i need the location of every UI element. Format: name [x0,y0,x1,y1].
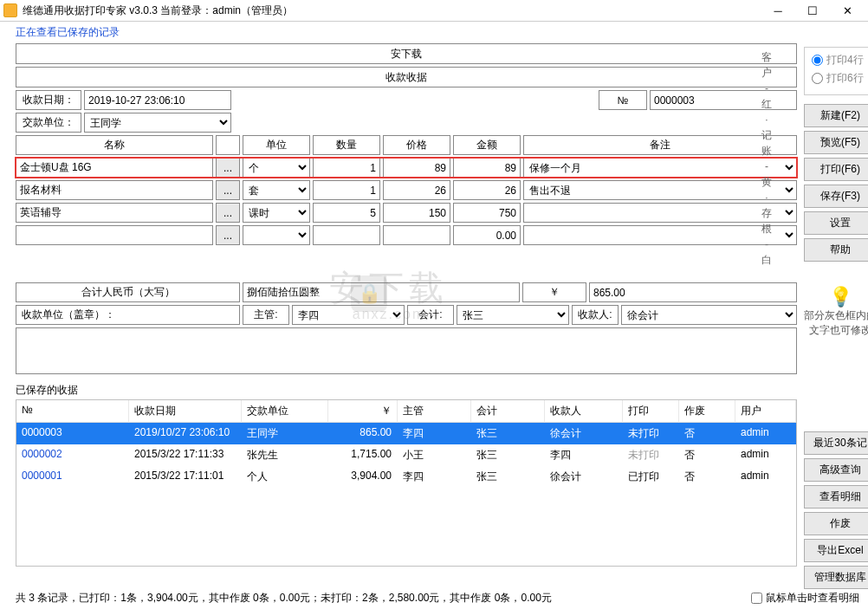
table-row[interactable]: 00000022015/3/22 17:11:33张先生1,715.00小王张三… [16,444,796,466]
item-note-select[interactable]: 售出不退 [523,180,797,200]
maximize-button[interactable]: ☐ [795,1,830,20]
cashier-select[interactable]: 徐会计 [621,305,797,325]
item-row: ... [16,225,797,245]
item-amount-input[interactable] [453,203,521,223]
total-num-input[interactable] [589,282,797,302]
right-panel: 打印4行 打印6行 新建(F2)预览(F5)打印(F6)保存(F3)设置帮助 💡… [804,42,868,598]
item-amount-input[interactable] [453,225,521,245]
cashier-label: 收款人: [572,305,619,325]
print-4-radio[interactable] [812,55,823,66]
total-cn-label: 合计人民币（大写） [16,282,240,302]
item-unit-select[interactable]: 课时 [243,203,310,223]
recent-30-button[interactable]: 最近30条记 [804,431,868,455]
close-button[interactable]: ✕ [830,1,865,20]
table-row[interactable]: 00000032019/10/27 23:06:10王同学865.00李四张三徐… [16,423,796,444]
date-label: 收款日期： [16,90,81,110]
item-note-select[interactable] [523,225,797,245]
col-amount: 金额 [453,135,521,155]
item-pick-button[interactable]: ... [216,158,240,178]
notes-area[interactable] [16,327,797,374]
item-pick-button[interactable]: ... [216,180,240,200]
click-view-detail-checkbox[interactable] [751,593,762,604]
item-amount-input[interactable] [453,180,521,200]
item-price-input[interactable] [383,180,450,200]
payer-label: 交款单位： [16,113,81,133]
item-name-input[interactable] [16,158,213,178]
date-input[interactable] [84,90,231,110]
export-excel-button[interactable]: 导出Excel [804,539,868,562]
item-name-input[interactable] [16,225,213,245]
item-note-select[interactable]: 保修一个月 [523,158,797,178]
print-rows-group: 打印4行 打印6行 [804,47,868,95]
title-bar: 维德通用收据打印专家 v3.0.3 当前登录：admin（管理员） ─ ☐ ✕ [0,0,868,22]
col-name: 名称 [16,135,213,155]
footer-bar: 共 3 条记录，已打印：1条，3,904.00元，其中作废 0条，0.00元；未… [16,591,859,606]
item-amount-input[interactable] [453,158,521,178]
item-name-input[interactable] [16,180,213,200]
item-unit-select[interactable] [243,225,310,245]
receipt-title: 安下载 [16,43,797,64]
items-header: 名称 单位 数量 价格 金额 备注 [16,135,797,155]
preview-button[interactable]: 预览(F5) [804,131,868,154]
col-price: 价格 [383,135,450,155]
item-row: ...课时 [16,203,797,223]
item-qty-input[interactable] [313,203,380,223]
hint-text: 💡 部分灰色框内的文字也可修改 [804,286,868,338]
receipt-copy-strip: 客户-红·记账-黄·存根-白 [759,49,774,268]
accountant-select[interactable]: 张三 [457,305,569,325]
item-qty-input[interactable] [313,225,380,245]
print-button[interactable]: 打印(F6) [804,158,868,181]
footer-summary: 共 3 条记录，已打印：1条，3,904.00元，其中作废 0条，0.00元；未… [16,591,552,606]
item-pick-button[interactable]: ... [216,203,240,223]
item-row: ...套售出不退 [16,180,797,200]
col-qty: 数量 [313,135,380,155]
new-button[interactable]: 新建(F2) [804,104,868,127]
item-note-select[interactable] [523,203,797,223]
col-note: 备注 [523,135,797,155]
saved-grid: № 收款日期 交款单位 ￥ 主管 会计 收款人 打印 作废 用户 0000003… [16,399,797,567]
item-price-input[interactable] [383,203,450,223]
receipt-no-symbol: № [599,90,647,110]
minimize-button[interactable]: ─ [761,1,795,20]
supervisor-label: 主管: [243,305,289,325]
manage-db-button[interactable]: 管理数据库 [804,566,868,589]
watermark-lock-icon: 🔒 [351,275,387,312]
item-price-input[interactable] [383,225,450,245]
receipt-form: 安下载 收款收据 收款日期： № 交款单位： 王同学 名称 单位 数量 价格 金… [16,42,797,378]
receipt-no-input[interactable] [650,90,797,110]
item-unit-select[interactable]: 个 [243,158,310,178]
stamp-label: 收款单位（盖章）： [16,305,240,325]
item-name-input[interactable] [16,203,213,223]
item-pick-button[interactable]: ... [216,225,240,245]
print-6-radio[interactable] [812,73,823,84]
payer-select[interactable]: 王同学 [84,113,231,133]
table-row[interactable]: 00000012015/3/22 17:11:01个人3,904.00李四张三徐… [16,466,796,488]
settings-button[interactable]: 设置 [804,211,868,235]
col-unit: 单位 [243,135,310,155]
item-price-input[interactable] [383,158,450,178]
item-qty-input[interactable] [313,158,380,178]
app-icon [3,3,17,17]
item-unit-select[interactable]: 套 [243,180,310,200]
void-button[interactable]: 作废 [804,512,868,535]
help-button[interactable]: 帮助 [804,238,868,262]
currency-label: ￥ [522,282,586,302]
item-qty-input[interactable] [313,180,380,200]
save-button[interactable]: 保存(F3) [804,185,868,208]
accountant-label: 会计: [407,305,454,325]
supervisor-select[interactable]: 李四 [292,305,405,325]
grid-header: № 收款日期 交款单位 ￥ 主管 会计 收款人 打印 作废 用户 [16,400,796,423]
receipt-subtitle: 收款收据 [16,67,797,87]
click-view-detail-label: 鼠标单击时查看明细 [766,591,859,606]
saved-title: 已保存的收据 [16,378,797,399]
item-row: ...个保修一个月 [16,158,797,178]
bulb-icon: 💡 [804,286,868,308]
window-title: 维德通用收据打印专家 v3.0.3 当前登录：admin（管理员） [23,3,761,18]
status-message: 正在查看已保存的记录 [0,22,868,42]
view-detail-button[interactable]: 查看明细 [804,485,868,509]
adv-search-button[interactable]: 高级查询 [804,458,868,482]
